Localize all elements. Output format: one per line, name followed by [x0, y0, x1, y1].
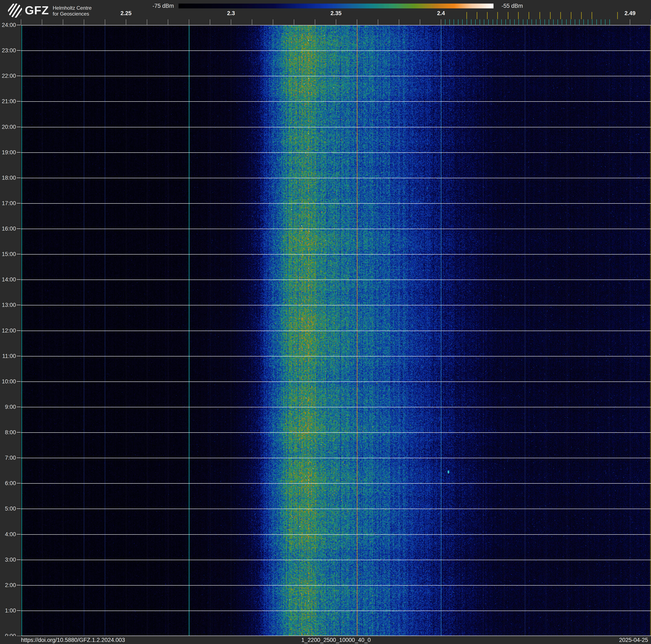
- time-tick-dash: [17, 381, 21, 382]
- channel-tick-yellow: [617, 12, 618, 19]
- channel-tick-cyan: [501, 19, 502, 25]
- channel-tick-cyan: [445, 19, 445, 25]
- freq-minor-tick: [42, 19, 42, 25]
- time-tick-dash: [17, 76, 21, 76]
- time-tick-dash: [17, 508, 21, 509]
- freq-minor-tick: [231, 19, 231, 25]
- time-tick-dash: [17, 432, 21, 433]
- channel-tick-cyan: [475, 19, 476, 25]
- channel-tick-cyan: [527, 19, 528, 25]
- time-tick-dash: [17, 203, 21, 203]
- time-tick-dash: [17, 229, 21, 229]
- channel-tick-yellow: [560, 12, 561, 19]
- channel-tick-cyan: [549, 19, 549, 25]
- channel-tick-cyan: [471, 19, 471, 25]
- freq-minor-tick: [378, 19, 378, 25]
- time-tick-label: 15:00: [0, 251, 16, 257]
- time-tick-label: 11:00: [0, 353, 16, 359]
- time-tick-label: 12:00: [0, 328, 16, 333]
- time-tick-label: 16:00: [0, 226, 16, 232]
- time-tick-dash: [17, 178, 21, 178]
- time-tick-dash: [17, 559, 21, 560]
- time-tick-dash: [17, 279, 21, 280]
- channel-tick-cyan: [536, 19, 536, 25]
- time-tick-dash: [17, 610, 21, 611]
- channel-tick-cyan: [592, 19, 592, 25]
- time-tick-dash: [17, 585, 21, 585]
- freq-minor-tick: [147, 19, 147, 25]
- channel-tick-yellow: [550, 12, 551, 19]
- channel-tick-cyan: [514, 19, 515, 25]
- freq-minor-tick: [189, 19, 189, 25]
- time-tick-label: 18:00: [0, 175, 16, 181]
- channel-tick-cyan: [601, 19, 601, 25]
- time-tick-label: 24:00: [0, 22, 16, 28]
- freq-minor-tick: [273, 19, 273, 25]
- time-tick-dash: [17, 534, 21, 534]
- channel-tick-cyan: [462, 19, 463, 25]
- freq-tick-label: 2.35: [331, 10, 342, 17]
- channel-tick-cyan: [454, 19, 454, 25]
- freq-minor-tick: [294, 19, 294, 25]
- time-tick-dash: [17, 50, 21, 51]
- time-tick-dash: [17, 458, 21, 458]
- channel-tick-cyan: [605, 19, 606, 25]
- footer-date: 2025-04-25: [619, 637, 648, 643]
- freq-tick-label: 2.49: [624, 10, 636, 17]
- spectrogram-page: { "header": { "logo": { "acronym": "GFZ"…: [0, 0, 651, 644]
- channel-tick-cyan: [588, 19, 588, 25]
- freq-minor-tick: [63, 19, 63, 25]
- channel-tick-cyan: [545, 19, 545, 25]
- freq-minor-tick: [399, 19, 399, 25]
- time-tick-dash: [17, 254, 21, 254]
- time-tick-label: 6:00: [0, 480, 16, 486]
- channel-tick-yellow: [497, 12, 498, 19]
- channel-tick-yellow: [592, 12, 592, 19]
- channel-tick-yellow: [529, 12, 529, 19]
- freq-tick-label: 2.25: [121, 10, 132, 17]
- time-tick-dash: [17, 356, 21, 356]
- channel-tick-cyan: [596, 19, 597, 25]
- time-tick-label: 20:00: [0, 124, 16, 130]
- channel-tick-cyan: [484, 19, 484, 25]
- freq-minor-tick: [336, 19, 336, 25]
- time-tick-dash: [17, 25, 21, 25]
- dataset-name: 1_2200_2500_10000_40_0: [301, 637, 371, 643]
- channel-tick-cyan: [479, 19, 480, 25]
- freq-tick-label: 2.3: [227, 10, 235, 17]
- channel-tick-cyan: [450, 19, 450, 25]
- freq-minor-tick: [105, 19, 105, 25]
- freq-minor-tick: [252, 19, 252, 25]
- channel-tick-cyan: [467, 19, 467, 25]
- time-tick-label: 3:00: [0, 557, 16, 563]
- channel-tick-cyan: [519, 19, 519, 25]
- time-tick-dash: [17, 407, 21, 407]
- footer-bar: https://doi.org/10.5880/GFZ.1.2.2024.003…: [0, 636, 651, 644]
- channel-tick-yellow: [581, 12, 582, 19]
- channel-tick-yellow: [571, 12, 571, 19]
- channel-tick-yellow: [539, 12, 540, 19]
- freq-minor-tick: [210, 19, 210, 25]
- doi-link[interactable]: https://doi.org/10.5880/GFZ.1.2.2024.003: [21, 637, 125, 643]
- freq-minor-tick: [420, 19, 420, 25]
- freq-minor-tick: [84, 19, 84, 25]
- channel-tick-cyan: [510, 19, 510, 25]
- time-tick-label: 21:00: [0, 98, 16, 104]
- time-tick-dash: [17, 330, 21, 331]
- time-tick-dash: [17, 152, 21, 153]
- channel-tick-cyan: [610, 19, 610, 25]
- time-tick-label: 22:00: [0, 73, 16, 79]
- time-tick-label: 23:00: [0, 48, 16, 53]
- channel-tick-yellow: [508, 12, 508, 19]
- channel-tick-cyan: [566, 19, 566, 25]
- channel-tick-cyan: [493, 19, 493, 25]
- channel-tick-cyan: [575, 19, 575, 25]
- channel-tick-cyan: [553, 19, 554, 25]
- time-tick-dash: [17, 101, 21, 101]
- channel-tick-cyan: [523, 19, 523, 25]
- time-tick-label: 14:00: [0, 276, 16, 283]
- channel-tick-yellow: [477, 12, 477, 19]
- time-tick-label: 7:00: [0, 455, 16, 461]
- channel-tick-yellow: [466, 12, 467, 19]
- time-tick-label: 17:00: [0, 200, 16, 206]
